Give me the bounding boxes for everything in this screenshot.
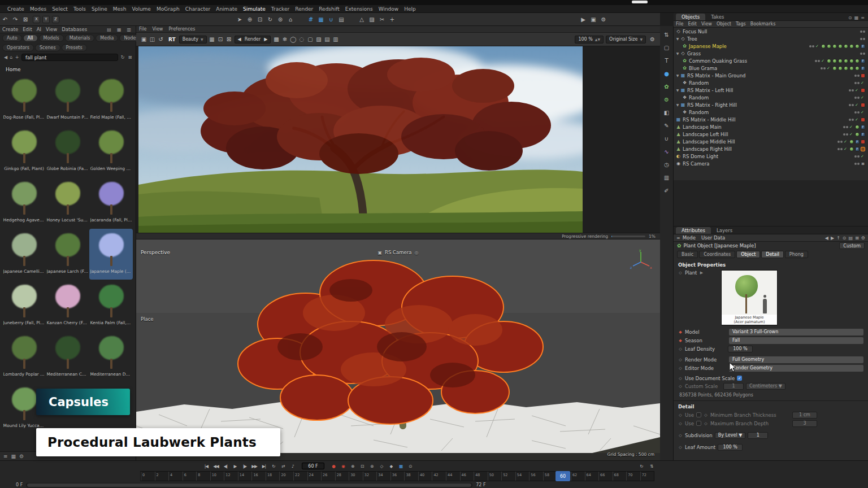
object-row[interactable]: ▼ ▲ Landscape Right Hill ✓ F ⊠ (674, 145, 868, 152)
menu-item[interactable]: Render (292, 6, 316, 12)
refresh-anim-icon[interactable]: ↻ (637, 462, 645, 470)
f-tag-chip[interactable]: F (861, 59, 865, 63)
compare-wipe-icon[interactable]: ▨ (314, 34, 323, 44)
asset-item[interactable]: Dwarf Mountain Pine (Fall, Plant) (46, 75, 89, 125)
material-chip[interactable] (838, 59, 843, 63)
object-row[interactable]: ▼ ▦ RS Matrix - Left Hill ✓ F ⊠ (674, 86, 868, 94)
camera-tag-chip[interactable]: ⊠ (861, 162, 865, 166)
object-label[interactable]: Focus Null (682, 29, 707, 34)
filter-tab[interactable]: Materials (65, 34, 95, 42)
model-select[interactable]: Variant 3 Full-Grown (729, 329, 863, 336)
anim-dot-icon[interactable]: ◇ (678, 271, 683, 275)
f-tag-chip[interactable]: F (861, 132, 865, 137)
enabled-check-icon[interactable]: ✓ (849, 132, 854, 137)
pan-view-icon[interactable]: ⇅ (662, 30, 671, 38)
rv-menu-view[interactable]: View (149, 27, 166, 32)
om-menu-bookmarks[interactable]: Bookmarks (748, 21, 778, 27)
enabled-check-icon[interactable]: ✓ (861, 95, 865, 100)
filter-tab[interactable]: Operators (2, 44, 34, 51)
render-camera-stepper[interactable]: ◀Render▶ (235, 36, 271, 43)
loop-icon[interactable]: ↻ (270, 462, 277, 470)
camera-label[interactable]: ▣ RS Camera ◎ (378, 250, 419, 255)
visibility-dots[interactable] (849, 104, 854, 106)
redshift-tag-chip[interactable] (861, 140, 865, 144)
clock-icon[interactable]: ◷ (662, 160, 671, 168)
text-tool-icon[interactable]: T (662, 56, 671, 64)
asset-item[interactable]: Mediterranean Dwarf ... (89, 332, 133, 382)
mode-menu[interactable]: Mode (683, 235, 699, 241)
object-row[interactable]: ▼ ▲ Landscape Main ✓ F ⊠ (674, 123, 868, 130)
visibility-dots[interactable] (860, 30, 865, 33)
material-chip[interactable] (838, 44, 843, 49)
object-row[interactable]: ▼ ◇ Focus Null ✓ F ⊠ (674, 28, 868, 35)
material-chip[interactable] (827, 59, 831, 63)
move-tool-icon[interactable]: ⊕ (245, 15, 255, 24)
texture-mode-icon[interactable]: ▨ (367, 15, 377, 24)
sound-icon[interactable]: ♪ (289, 462, 297, 470)
visibility-dots[interactable] (843, 126, 848, 128)
menu-item[interactable]: Help (401, 6, 419, 12)
om-menu-object[interactable]: Object (714, 21, 734, 27)
gear-icon[interactable]: ⚙ (861, 236, 865, 241)
object-label[interactable]: RS Matrix - Left Hill (686, 88, 733, 93)
perspective-viewport[interactable]: Perspective ▣ RS Camera ◎ Place Grid Spa… (136, 239, 660, 460)
history-icon[interactable]: ↺ (157, 34, 165, 44)
redshift-material-icon[interactable]: ● (662, 69, 671, 77)
expand-arrow-icon[interactable]: ▼ (675, 73, 680, 77)
menu-item[interactable]: Window (376, 6, 402, 12)
record-parameter-icon[interactable]: ◇ (377, 462, 385, 470)
material-chip[interactable] (849, 66, 854, 71)
visibility-dots[interactable] (849, 89, 854, 91)
menu-item[interactable]: Volume (129, 6, 153, 12)
next-frame-icon[interactable]: |▶ (241, 462, 249, 470)
asset-item[interactable]: Globe Robinia (Fall, Pl... (46, 126, 89, 177)
axis-lock-button[interactable]: Z (52, 16, 59, 23)
menu-item[interactable]: Spline (89, 6, 110, 12)
anim-dot-icon[interactable]: ◇ (678, 421, 683, 426)
record-scale-icon[interactable]: ⊡ (358, 462, 366, 470)
viewport-menu-perspective[interactable]: Perspective (141, 250, 170, 255)
redo-icon[interactable]: ↷ (10, 15, 20, 24)
object-label[interactable]: Landscape Right Hill (682, 146, 732, 152)
enabled-check-icon[interactable]: ✓ (855, 117, 860, 122)
list-view-icon[interactable]: ▤ (105, 27, 114, 32)
material-chip[interactable] (849, 140, 854, 144)
user-data-menu[interactable]: User Data (701, 235, 728, 241)
menu-item[interactable]: Character (183, 6, 213, 12)
asset-capsule-icon[interactable]: ✿ (662, 82, 671, 90)
render-pass-select[interactable]: Beauty▼ (179, 36, 207, 43)
menu-item[interactable]: Modes (27, 6, 49, 12)
visibility-dots[interactable] (854, 75, 860, 77)
om-menu-edit[interactable]: Edit (685, 21, 699, 27)
ipv-icon[interactable]: ▥ (331, 34, 340, 44)
f-tag-chip[interactable]: F (861, 66, 865, 71)
undo-icon[interactable]: ↶ (0, 15, 10, 24)
material-chip[interactable] (849, 59, 854, 63)
panel-tab[interactable]: Attributes (676, 227, 711, 234)
visibility-dots[interactable] (849, 119, 854, 121)
redshift-tag-chip[interactable] (861, 73, 865, 78)
enabled-check-icon[interactable]: ✓ (821, 59, 826, 63)
object-label[interactable]: Grass (686, 51, 701, 56)
autokey-icon[interactable]: ◉ (339, 462, 347, 470)
render-picture-viewer-icon[interactable]: ▣ (588, 15, 598, 24)
f-tag-chip[interactable]: F (855, 147, 860, 151)
object-label[interactable]: RS Camera (682, 161, 709, 167)
next-key-icon[interactable]: ▶▶ (250, 462, 258, 470)
magnet-snap-icon[interactable]: ∪ (326, 15, 336, 24)
material-chip[interactable] (855, 59, 860, 63)
visibility-dots[interactable] (854, 82, 860, 84)
category-tab[interactable]: Detail (761, 251, 784, 258)
snowflake-icon[interactable]: ❄ (280, 34, 289, 44)
ab-compare-icon[interactable]: ◫ (148, 34, 157, 44)
material-chip[interactable] (855, 44, 860, 49)
category-tab[interactable]: Basic (677, 251, 698, 258)
visibility-dots[interactable] (854, 155, 860, 158)
material-chip[interactable] (832, 59, 837, 63)
material-chip[interactable] (827, 44, 831, 49)
scissors-icon[interactable]: ✂ (377, 15, 387, 24)
filter-tab[interactable]: Scenes (35, 44, 60, 51)
model-mode-icon[interactable]: △ (357, 15, 367, 24)
editor-mode-select[interactable]: Render Geometry (729, 365, 863, 372)
lock-icon[interactable]: ⊠ (127, 55, 133, 60)
